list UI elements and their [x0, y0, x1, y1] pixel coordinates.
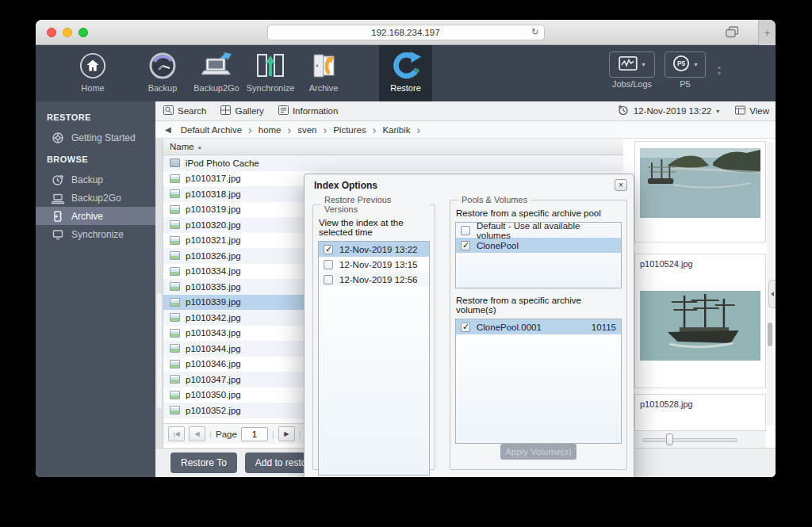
- version-row[interactable]: 12-Nov-2019 12:56: [319, 272, 429, 287]
- name-column-header: Name: [170, 142, 194, 151]
- toolbar-restore-button[interactable]: Restore: [379, 45, 432, 101]
- checkbox[interactable]: [324, 245, 333, 254]
- jobs-logs-button[interactable]: ▾ Jobs/Logs: [609, 52, 655, 89]
- previous-page-button[interactable]: ◀: [189, 426, 205, 441]
- version-text: 12-Nov-2019 12:56: [339, 275, 417, 285]
- zoom-window-button[interactable]: [79, 28, 88, 37]
- view-label: View: [749, 106, 769, 116]
- p5-menu-button[interactable]: P5 ▾ P5: [665, 52, 706, 89]
- thumbnail-filename: p1010528.jpg: [635, 395, 765, 409]
- breadcrumb-item[interactable]: Karibik: [382, 125, 410, 135]
- volumes-list: ClonePool.0001 10115: [455, 319, 622, 444]
- file-icon: [170, 375, 180, 384]
- restore-to-button[interactable]: Restore To: [170, 453, 237, 473]
- collapse-panel-handle[interactable]: [768, 280, 776, 308]
- breadcrumb-back-icon[interactable]: ◀: [165, 125, 171, 134]
- sidebar-item-label: Backup: [71, 174, 103, 185]
- breadcrumb-item[interactable]: sven: [297, 125, 316, 135]
- pool-text: ClonePool: [477, 241, 519, 250]
- url-bar[interactable]: 192.168.234.197 ↻: [267, 25, 545, 40]
- tab-search[interactable]: Search: [163, 105, 206, 116]
- checkbox[interactable]: [324, 260, 333, 269]
- checkbox[interactable]: [324, 275, 333, 285]
- checkbox[interactable]: [461, 226, 470, 235]
- file-icon: [170, 282, 180, 291]
- archive-icon: [292, 51, 355, 81]
- sidebar-item-getting-started[interactable]: Getting Started: [36, 128, 155, 147]
- new-tab-button[interactable]: +: [758, 20, 776, 45]
- breadcrumb-item[interactable]: Pictures: [333, 125, 366, 135]
- datetime-caret-icon[interactable]: ▾: [716, 108, 719, 115]
- dialog-title: Index Options: [314, 180, 377, 191]
- sidebar-item-backup2go[interactable]: Backup2Go: [36, 189, 155, 207]
- checkbox[interactable]: [461, 323, 470, 332]
- file-name: p1010334.jpg: [186, 266, 241, 276]
- dialog-close-button[interactable]: ×: [615, 179, 627, 191]
- life-ring-icon: [52, 132, 64, 144]
- gallery-icon: [220, 105, 231, 116]
- next-page-button[interactable]: ▶: [278, 426, 295, 441]
- sidebar-item-label: Archive: [71, 211, 103, 222]
- page-input[interactable]: [241, 427, 268, 441]
- pagination-separator: |: [209, 430, 212, 439]
- file-row[interactable]: iPod Photo Cache: [163, 155, 623, 171]
- file-icon: [170, 298, 180, 307]
- index-options-dialog: Index Options × Restore Previous Version…: [304, 174, 634, 477]
- backup-clock-icon: [52, 174, 64, 186]
- breadcrumb-separator-icon: ›: [248, 124, 252, 136]
- file-name: p1010320.jpg: [186, 220, 241, 230]
- tab-overview-icon[interactable]: [726, 26, 739, 38]
- minimize-window-button[interactable]: [63, 28, 72, 37]
- file-name: p1010339.jpg: [186, 297, 241, 307]
- reload-icon[interactable]: ↻: [531, 27, 538, 37]
- archive-door-icon: [52, 210, 64, 223]
- toolbar-overflow-indicator[interactable]: ▴ ▾: [718, 64, 721, 77]
- p5-icon: P5: [672, 55, 690, 75]
- sidebar-item-archive[interactable]: Archive: [36, 207, 155, 225]
- sidebar-item-label: Backup2Go: [71, 193, 121, 204]
- file-name: p1010335.jpg: [186, 282, 241, 292]
- file-name: p1010326.jpg: [186, 251, 241, 261]
- file-icon: [170, 251, 180, 260]
- breadcrumb-separator-icon: ›: [417, 124, 421, 136]
- apply-volumes-button[interactable]: Apply Volume(s): [500, 444, 576, 460]
- zoom-slider-handle[interactable]: [666, 433, 673, 445]
- pane-splitter[interactable]: [155, 139, 163, 448]
- sidebar-item-backup[interactable]: Backup: [36, 170, 155, 189]
- checkbox[interactable]: [461, 241, 470, 250]
- jobs-logs-label: Jobs/Logs: [609, 79, 655, 89]
- tab-gallery[interactable]: Gallery: [220, 105, 263, 116]
- close-window-button[interactable]: [47, 28, 56, 37]
- first-page-button[interactable]: |◀: [168, 426, 185, 441]
- zoom-slider[interactable]: [642, 438, 737, 442]
- file-list-header[interactable]: Name ▴: [163, 139, 623, 155]
- toolbar-archive-button[interactable]: Archive: [292, 51, 355, 93]
- pool-row[interactable]: ClonePool: [456, 238, 621, 253]
- breadcrumb-separator-icon: ›: [323, 124, 327, 136]
- gallery-card[interactable]: [634, 141, 766, 242]
- version-row[interactable]: 12-Nov-2019 13:22: [319, 242, 429, 257]
- file-name: p1010318.jpg: [186, 189, 241, 199]
- version-row[interactable]: 12-Nov-2019 13:15: [319, 257, 429, 272]
- scrollbar-thumb[interactable]: [768, 323, 772, 346]
- url-text: 192.168.234.197: [371, 28, 439, 37]
- thumbnail-filename: p1010524.jpg: [635, 254, 765, 269]
- breadcrumb-item[interactable]: Default Archive: [181, 125, 242, 135]
- volume-label: Restore from a specific archive volume(s…: [456, 296, 622, 315]
- tab-information[interactable]: Information: [278, 105, 339, 116]
- toolbar-archive-label: Archive: [292, 83, 355, 93]
- gallery-card[interactable]: p1010524.jpg: [634, 254, 766, 388]
- sidebar-item-synchronize[interactable]: Synchronize: [36, 225, 155, 243]
- breadcrumb: ◀ Default Archive › home › sven › Pictur…: [155, 121, 776, 139]
- sort-ascending-icon: ▴: [198, 143, 201, 151]
- pagination-separator: |: [272, 430, 274, 439]
- view-button[interactable]: View: [735, 105, 769, 116]
- index-datetime[interactable]: 12-Nov-2019 13:22: [634, 106, 711, 116]
- breadcrumb-item[interactable]: home: [259, 125, 282, 135]
- pool-row[interactable]: Default - Use all available volumes: [456, 223, 621, 238]
- toolbar-home-button[interactable]: Home: [61, 51, 124, 93]
- gallery-card[interactable]: p1010528.jpg: [634, 394, 766, 430]
- file-name: p1010347.jpg: [186, 375, 241, 384]
- volume-row[interactable]: ClonePool.0001 10115: [456, 319, 621, 334]
- file-icon: [170, 267, 180, 276]
